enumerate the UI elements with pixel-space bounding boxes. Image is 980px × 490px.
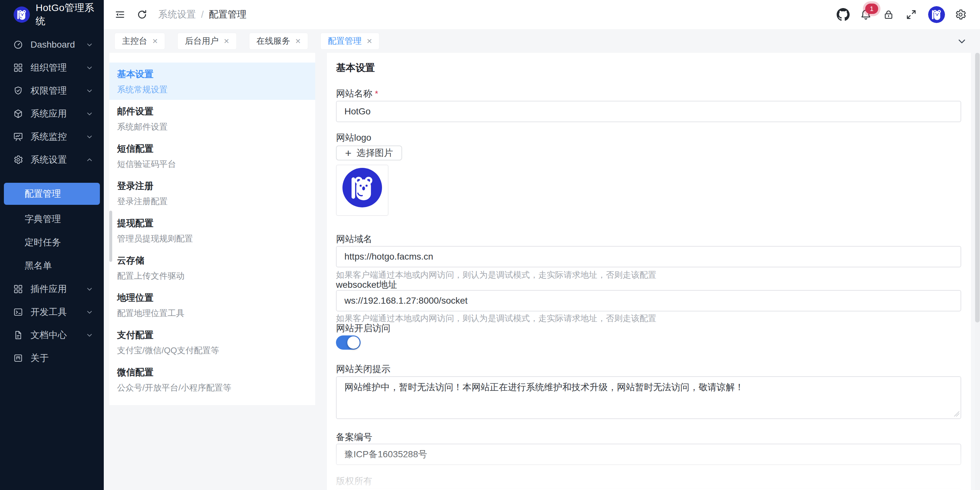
sidebar-item-label: 文档中心 [30,329,67,341]
sidebar-item-organization[interactable]: 组织管理 [0,56,104,79]
chevron-down-icon [86,64,93,71]
settings-menu-item-payment[interactable]: 支付配置 支付宝/微信/QQ支付配置等 [109,323,315,361]
sidebar-item-dev-tools[interactable]: 开发工具 [0,300,104,323]
menu-item-subtitle: 登录注册配置 [117,197,307,206]
fullscreen-icon[interactable] [904,8,918,22]
sidebar-item-label: 组织管理 [30,62,67,74]
copyright-label: 版权所有 [336,476,961,487]
tab-admin-users[interactable]: 后台用户 × [177,33,236,49]
menu-item-title: 登录注册 [117,180,307,192]
chevron-down-icon [86,110,93,117]
avatar[interactable] [928,6,945,23]
cube-icon [13,109,23,119]
sidebar-item-label: 系统监控 [30,131,67,143]
menu-item-title: 微信配置 [117,366,307,378]
sidebar-item-plugins[interactable]: 插件应用 [0,278,104,300]
site-logo-preview[interactable] [336,165,388,216]
settings-menu-item-geo[interactable]: 地理位置 配置地理位置工具 [109,286,315,323]
notification-bell-icon[interactable]: 1 [859,8,873,22]
settings-menu-item-withdraw[interactable]: 提现配置 管理员提现规则配置 [109,212,315,249]
menu-item-title: 云存储 [117,255,307,266]
breadcrumb-parent[interactable]: 系统设置 [158,8,196,21]
sidebar-item-label: 权限管理 [30,85,67,97]
tab-online-service[interactable]: 在线服务 × [249,33,308,49]
section-title: 基本设置 [336,62,961,74]
sidebar-subitem-blacklist[interactable]: 黑名单 [0,254,104,278]
sidebar-item-about[interactable]: 关于 [0,346,104,369]
site-logo-label: 网站logo [336,133,961,143]
site-domain-input[interactable] [336,246,961,267]
choose-image-button[interactable]: + 选择图片 [336,146,402,160]
chevron-down-icon [86,133,93,141]
icp-label: 备案编号 [336,432,961,442]
close-icon[interactable]: × [224,36,229,46]
site-name-input[interactable] [336,101,961,122]
plus-icon: + [345,147,352,159]
tab-label: 主控台 [122,35,147,47]
page-scrollbar-thumb[interactable] [975,53,980,322]
sidebar-item-label: 系统应用 [30,108,67,120]
settings-menu-item-cloud-storage[interactable]: 云存储 配置上传文件驱动 [109,249,315,286]
tab-config-management[interactable]: 配置管理 × [320,33,379,49]
breadcrumb-current[interactable]: 配置管理 [209,8,247,21]
menu-scrollbar-thumb[interactable] [109,211,112,262]
sidebar-item-system-settings[interactable]: 系统设置 [0,148,104,171]
site-access-toggle[interactable] [336,335,361,350]
about-icon [13,353,23,363]
tabs-chevron-down-icon[interactable] [955,35,968,48]
document-icon [13,330,23,340]
chevron-down-icon [86,41,93,49]
sidebar-subitem-dictionary[interactable]: 字典管理 [0,208,104,231]
menu-fold-icon[interactable] [113,8,127,22]
notification-badge: 1 [865,3,878,14]
websocket-input[interactable] [336,290,961,311]
copyright-input[interactable] [336,488,961,490]
menu-item-subtitle: 系统常规设置 [117,85,307,94]
sidebar-item-docs[interactable]: 文档中心 [0,323,104,346]
menu-item-subtitle: 管理员提现规则配置 [117,234,307,243]
site-name-label: 网站名称 * [336,89,961,99]
lock-screen-icon[interactable] [881,8,896,22]
icp-input[interactable] [336,444,961,465]
required-asterisk: * [375,89,378,99]
sidebar-item-label: 开发工具 [30,306,67,318]
sidebar-item-system-monitor[interactable]: 系统监控 [0,125,104,148]
shield-check-icon [13,86,23,96]
brand: HotGo管理系统 [0,0,104,29]
refresh-icon[interactable] [135,8,149,22]
settings-menu-item-wechat[interactable]: 微信配置 公众号/开放平台/小程序配置等 [109,361,315,398]
settings-menu-item-email[interactable]: 邮件设置 系统邮件设置 [109,100,315,137]
page-scrollbar-track[interactable] [975,53,980,490]
menu-item-title: 短信配置 [117,143,307,155]
sidebar-subitem-cron[interactable]: 定时任务 [0,231,104,254]
chevron-down-icon [86,308,93,316]
sidebar-subitem-config-active[interactable]: 配置管理 [4,183,100,205]
site-access-label: 网站开启访问 [336,323,961,333]
settings-gear-icon[interactable] [953,8,968,22]
menu-item-subtitle: 配置上传文件驱动 [117,271,307,281]
gear-icon [13,155,23,165]
sidebar-item-system-apps[interactable]: 系统应用 [0,102,104,125]
sidebar-item-label: 系统设置 [30,154,67,166]
menu-item-subtitle: 配置地理位置工具 [117,308,307,318]
sidebar-item-dashboard[interactable]: Dashboard [0,33,104,56]
menu-item-title: 支付配置 [117,329,307,341]
close-icon[interactable]: × [367,36,372,46]
sidebar-item-label: Dashboard [30,40,75,50]
sidebar-item-permissions[interactable]: 权限管理 [0,79,104,102]
settings-menu-item-sms[interactable]: 短信配置 短信验证码平台 [109,137,315,174]
close-icon[interactable]: × [296,36,301,46]
tab-dashboard[interactable]: 主控台 × [115,33,165,49]
brand-logo-icon [14,6,30,23]
websocket-label: websocket地址 [336,280,961,290]
close-icon[interactable]: × [153,36,158,46]
plugin-grid-icon [13,284,23,294]
menu-item-subtitle: 公众号/开放平台/小程序配置等 [117,383,307,392]
settings-menu-item-login[interactable]: 登录注册 登录注册配置 [109,174,315,212]
github-icon[interactable] [836,8,850,22]
close-tip-label: 网站关闭提示 [336,364,961,374]
sidebar: HotGo管理系统 Dashboard 组织管理 [0,0,104,490]
settings-menu-item-basic[interactable]: 基本设置 系统常规设置 [109,63,315,100]
close-tip-textarea[interactable]: 网站维护中，暂时无法访问！本网站正在进行系统维护和技术升级，网站暂时无法访问，敬… [336,376,961,419]
monitor-chart-icon [13,132,23,142]
